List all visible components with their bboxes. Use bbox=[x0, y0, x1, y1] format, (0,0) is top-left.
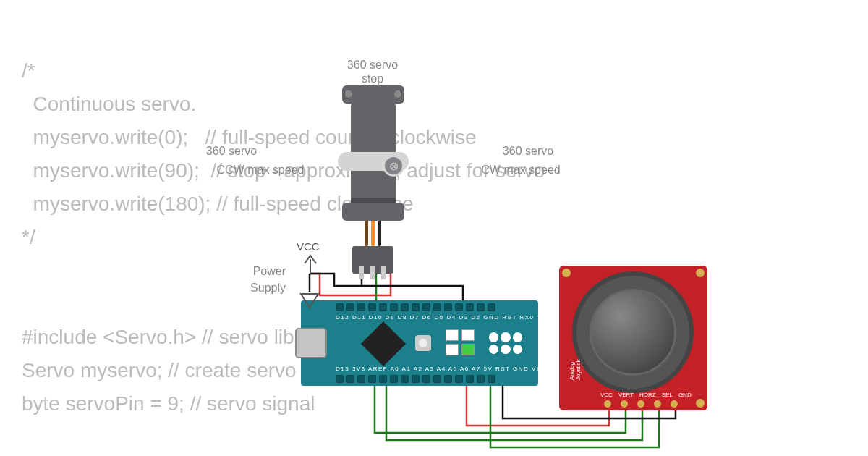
code-line: Continuous servo. bbox=[22, 93, 196, 115]
nano-pin-labels-bottom: D13 3V3 AREF A0 A1 A2 A3 A4 A5 A6 A7 5V … bbox=[336, 366, 545, 372]
label-ccw-speed: CCW max speed bbox=[195, 163, 326, 177]
code-line: */ bbox=[22, 226, 35, 248]
servo-connector[interactable] bbox=[352, 246, 393, 274]
svg-marker-1 bbox=[301, 294, 318, 308]
label-cw-speed: CW max speed bbox=[463, 163, 579, 177]
nano-pin-labels-top: D12 D11 D10 D9 D8 D7 D6 D5 D4 D3 D2 GND … bbox=[336, 314, 550, 321]
microcontroller-chip-icon bbox=[361, 321, 406, 366]
nano-pin-row-bottom bbox=[336, 375, 495, 383]
label-servo-right: 360 servo bbox=[448, 144, 608, 158]
usb-port-icon bbox=[295, 328, 327, 358]
connector-pin bbox=[381, 266, 386, 279]
joystick-base bbox=[572, 271, 694, 393]
servo-component[interactable]: ⊗ bbox=[342, 85, 404, 216]
reset-button[interactable] bbox=[415, 335, 431, 351]
servo-mount-bottom bbox=[342, 203, 404, 221]
joystick-title: Analog Joystick bbox=[569, 344, 582, 380]
vcc-arrow-icon bbox=[303, 253, 318, 275]
ground-symbol-icon bbox=[299, 292, 320, 309]
code-line: byte servoPin = 9; // servo signal bbox=[22, 392, 315, 415]
status-leds bbox=[446, 329, 475, 355]
code-line: #include <Servo.h> // servo library bbox=[22, 326, 329, 348]
mounting-hole-icon bbox=[696, 399, 705, 408]
servo-mount-top bbox=[342, 85, 404, 104]
mounting-hole-icon bbox=[696, 269, 705, 277]
joystick-module[interactable]: VCC VERT HORZ SEL GND Analog Joystick bbox=[559, 266, 707, 410]
servo-horn[interactable]: ⊗ bbox=[338, 152, 409, 171]
icsp-header bbox=[489, 332, 522, 354]
arduino-nano-board[interactable]: D12 D11 D10 D9 D8 D7 D6 D5 D4 D3 D2 GND … bbox=[301, 300, 538, 386]
servo-axis-icon: ⊗ bbox=[383, 155, 404, 177]
label-supply: Supply bbox=[242, 281, 286, 295]
code-line: /* bbox=[22, 59, 35, 82]
label-servo-stop: 360 servo stop bbox=[329, 58, 416, 85]
mounting-hole-icon bbox=[562, 269, 571, 277]
label-vcc: VCC bbox=[297, 240, 320, 253]
connector-pin bbox=[359, 266, 364, 279]
joystick-pin-labels: VCC VERT HORZ SEL GND bbox=[600, 392, 692, 398]
label-power: Power bbox=[242, 264, 286, 278]
nano-pin-row-top bbox=[336, 303, 495, 311]
joystick-pin-row bbox=[604, 400, 678, 408]
connector-pin bbox=[370, 266, 375, 279]
label-servo-left: 360 servo bbox=[188, 144, 275, 158]
joystick-thumbstick[interactable] bbox=[590, 289, 676, 376]
